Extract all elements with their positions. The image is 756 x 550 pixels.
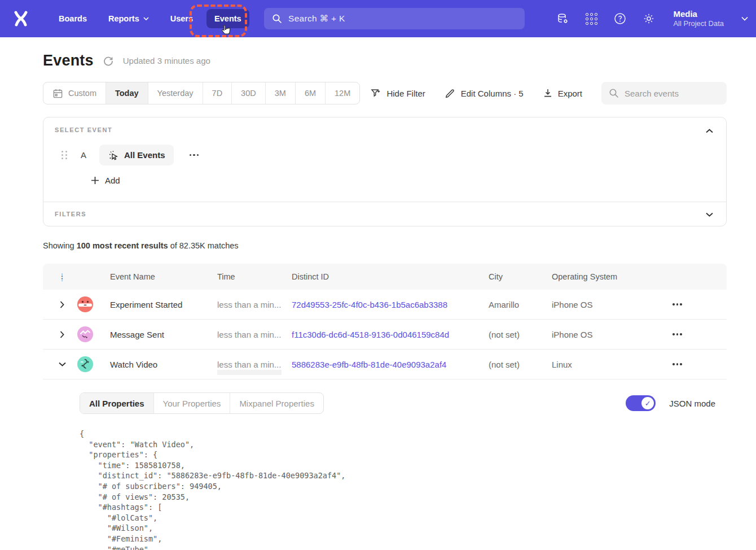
plus-icon (91, 176, 99, 185)
date-option-12m[interactable]: 12M (325, 82, 359, 104)
selected-event-name: All Events (124, 150, 165, 160)
cell-distinct-id-link[interactable]: 72d49553-25fc-4f0c-b436-1b5ac6ab3388 (292, 300, 489, 309)
column-header-distinct-id[interactable]: Distinct ID (292, 272, 489, 281)
search-events-input[interactable] (625, 89, 715, 98)
data-management-icon[interactable] (556, 12, 569, 25)
event-avatar (77, 356, 93, 372)
updated-timestamp: Updated 3 minutes ago (123, 56, 210, 66)
date-option-label: 30D (241, 89, 256, 98)
add-event-button[interactable]: Add (91, 176, 120, 185)
global-search-button[interactable]: Search ⌘ + K (264, 8, 525, 29)
row-more-options-icon[interactable] (669, 360, 727, 369)
expand-filters-button[interactable] (702, 208, 716, 221)
funnel-plus-icon (370, 88, 381, 99)
hide-filter-label: Hide Filter (386, 89, 425, 98)
json-mode-toggle[interactable] (626, 395, 656, 411)
column-header-event-name[interactable]: Event Name (110, 272, 217, 281)
date-option-today[interactable]: Today (106, 82, 148, 104)
date-option-label: 3M (275, 89, 286, 98)
project-switcher[interactable]: Media All Project Data (673, 9, 724, 29)
chevron-right-icon (60, 331, 64, 338)
gear-icon[interactable] (642, 12, 656, 25)
results-prefix: Showing (43, 241, 77, 250)
help-icon[interactable] (613, 12, 627, 25)
time-fade-strip (217, 370, 282, 375)
date-option-yesterday[interactable]: Yesterday (148, 82, 203, 104)
cell-distinct-id-link[interactable]: f11c30d6-dc6d-4518-9136-0d046159c84d (292, 330, 489, 339)
primary-nav: Boards Reports Users Events (51, 9, 249, 28)
nav-item-label: Events (214, 14, 241, 23)
cell-os: iPhone OS (552, 330, 669, 339)
hide-filter-button[interactable]: Hide Filter (370, 88, 425, 99)
nav-item-users[interactable]: Users (162, 9, 201, 28)
tab-mixpanel-properties[interactable]: Mixpanel Properties (230, 393, 323, 413)
nav-item-events[interactable]: Events (206, 9, 249, 28)
cell-os: iPhone OS (552, 300, 669, 309)
cell-time: less than a min... (217, 330, 292, 339)
table-row-expanded[interactable]: Watch Video less than a min... 5886283e-… (43, 350, 727, 379)
collapse-row-button[interactable] (56, 360, 68, 369)
chevron-down-icon (706, 212, 713, 217)
properties-tabs: All Properties Your Properties Mixpanel … (80, 392, 324, 414)
date-option-7d[interactable]: 7D (203, 82, 232, 104)
date-option-label: Today (115, 89, 139, 98)
cell-distinct-id-link[interactable]: 5886283e-e9fb-48fb-81de-40e9093a2af4 (292, 360, 489, 369)
event-more-options-icon[interactable] (186, 151, 203, 160)
event-selector-pill[interactable]: All Events (99, 145, 174, 165)
results-suffix: of 82.35K matches (168, 241, 239, 250)
column-header-city[interactable]: City (489, 272, 552, 281)
nav-item-label: Reports (108, 14, 139, 23)
cell-time: less than a min... (217, 360, 292, 369)
calendar-icon (52, 88, 63, 99)
table-row[interactable]: Message Sent less than a min... f11c30d6… (43, 320, 727, 350)
export-label: Export (558, 89, 582, 98)
cell-city: (not set) (489, 330, 552, 339)
tab-your-properties[interactable]: Your Properties (153, 393, 230, 413)
sort-icon[interactable]: ↓↑ (60, 272, 64, 281)
cell-event-name: Watch Video (110, 360, 217, 369)
table-header-row: ↓↑ Event Name Time Distinct ID City Oper… (43, 264, 727, 290)
collapse-select-event-button[interactable] (702, 124, 716, 138)
date-option-30d[interactable]: 30D (231, 82, 265, 104)
date-option-label: 6M (305, 89, 316, 98)
cell-city: (not set) (489, 360, 552, 369)
apps-grid-icon[interactable] (584, 12, 598, 25)
event-avatar (77, 326, 93, 342)
project-name: Media (673, 9, 724, 20)
date-option-label: Custom (68, 89, 96, 98)
event-step-letter: A (81, 150, 86, 160)
column-header-os[interactable]: Operating System (552, 272, 669, 281)
table-row[interactable]: Experiment Started less than a min... 72… (43, 290, 727, 320)
select-event-label: SELECT EVENT (55, 126, 715, 133)
date-option-6m[interactable]: 6M (295, 82, 325, 104)
toggle-knob-check-icon (641, 397, 654, 409)
tab-all-properties[interactable]: All Properties (80, 393, 153, 413)
expand-row-button[interactable] (58, 299, 67, 311)
date-option-3m[interactable]: 3M (265, 82, 295, 104)
cell-os: Linux (552, 360, 669, 369)
chevron-down-icon (59, 362, 66, 366)
event-json-viewer: { "event": "Watch Video", "properties": … (80, 429, 715, 550)
nav-item-reports[interactable]: Reports (100, 9, 157, 28)
nav-item-boards[interactable]: Boards (51, 9, 95, 28)
search-events-field[interactable] (601, 82, 727, 104)
column-header-time[interactable]: Time (217, 272, 292, 281)
drag-handle-icon[interactable] (61, 151, 67, 159)
row-more-options-icon[interactable] (669, 300, 727, 309)
project-scope: All Project Data (673, 19, 724, 28)
row-more-options-icon[interactable] (669, 330, 727, 339)
search-icon (609, 88, 619, 98)
cell-time: less than a min... (217, 300, 292, 309)
expand-row-button[interactable] (58, 329, 67, 341)
export-button[interactable]: Export (543, 88, 582, 98)
date-option-custom[interactable]: Custom (43, 82, 106, 104)
chevron-down-icon[interactable] (741, 16, 748, 21)
mixpanel-logo-icon[interactable] (11, 9, 30, 28)
edit-columns-button[interactable]: Edit Columns · 5 (445, 88, 524, 99)
pencil-icon (445, 88, 456, 99)
date-option-label: 12M (335, 89, 350, 98)
refresh-icon[interactable] (103, 55, 114, 67)
filters-label: FILTERS (55, 211, 715, 217)
chevron-up-icon (706, 129, 713, 133)
nav-item-label: Boards (59, 14, 87, 23)
